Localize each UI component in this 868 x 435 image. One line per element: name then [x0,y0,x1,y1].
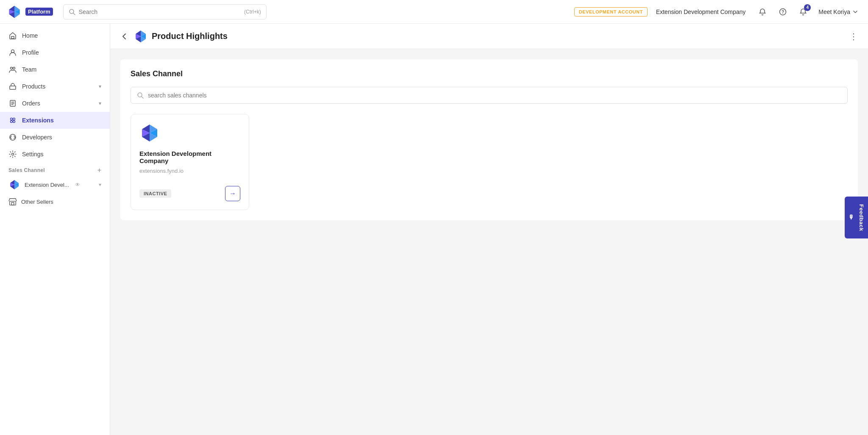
search-channels-icon [137,92,144,99]
alert-bell-icon[interactable]: 4 [796,5,810,19]
help-circle-icon[interactable]: ? [776,5,790,19]
user-menu-button[interactable]: Meet Koriya [815,7,861,17]
svg-point-16 [11,121,13,123]
other-sellers-label: Other Sellers [21,199,53,205]
svg-point-8 [13,67,15,69]
extension-devel-logo-icon [8,179,20,191]
eye-icon: 👁 [75,182,80,188]
sidebar-item-label-products: Products [22,83,45,90]
more-options-button[interactable]: ⋮ [849,31,858,42]
search-bar[interactable]: (Ctrl+k) [63,4,267,19]
user-name: Meet Koriya [818,8,850,15]
sidebar-item-products[interactable]: Products ▾ [0,78,110,95]
orders-expand-icon: ▾ [99,100,101,106]
svg-point-7 [11,67,13,69]
search-channels-bar[interactable] [131,87,848,104]
sales-channel-section: Sales Channel + [0,163,110,175]
settings-icon [8,150,17,158]
svg-rect-9 [10,86,16,89]
section-title: Sales Channel [131,69,848,78]
fynd-logo-icon [7,4,22,19]
svg-line-25 [142,97,143,98]
top-icons: ? 4 [756,5,810,19]
notification-bell-icon[interactable] [756,5,769,19]
search-input[interactable] [79,8,241,15]
add-sales-channel-button[interactable]: + [97,167,101,174]
svg-point-18 [10,134,16,140]
sidebar-item-profile[interactable]: Profile [0,44,110,61]
sidebar-item-label-developers: Developers [22,134,52,141]
extension-devel-expand-icon: ▾ [99,182,101,188]
sidebar-item-developers[interactable]: Developers [0,129,110,146]
products-expand-icon: ▾ [99,83,101,89]
feedback-label: Feedback [858,204,865,231]
sidebar-item-label-extensions: Extensions [22,117,54,124]
svg-rect-22 [11,202,14,205]
back-button[interactable] [120,32,129,41]
channel-card-footer: INACTIVE → [139,186,240,201]
sidebar-item-label-profile: Profile [22,49,39,56]
sidebar-item-home[interactable]: Home [0,27,110,44]
sales-channel-label: Sales Channel [8,167,45,173]
logo-text: Platform [25,8,53,16]
svg-point-19 [12,153,14,155]
developers-icon [8,133,17,141]
sidebar-item-extension-devel[interactable]: Extension Devel... 👁 ▾ [0,175,110,194]
sidebar-item-label-team: Team [22,66,36,73]
extension-devel-label: Extension Devel... [25,182,69,188]
content-body: Sales Channel [110,49,868,435]
mic-icon: 🎙 [848,214,855,221]
channel-name: Extension Development Company [139,150,240,164]
content-area: Product Highlights ⋮ Sales Channel [110,24,868,435]
search-shortcut: (Ctrl+k) [244,9,261,15]
svg-point-17 [13,121,15,123]
page-logo-icon [134,30,147,43]
sales-channel-card: Sales Channel [120,59,858,220]
search-channels-input[interactable] [148,92,841,99]
go-to-channel-button[interactable]: → [225,186,240,201]
svg-rect-5 [11,36,14,39]
store-icon [8,197,17,206]
channel-url: extensions.fynd.io [139,168,240,174]
orders-icon [8,99,17,108]
search-icon [69,8,75,15]
products-icon [8,82,17,91]
extensions-icon [8,116,17,125]
team-icon [8,65,17,74]
company-name: Extension Development Company [656,8,746,15]
sidebar-item-extensions[interactable]: Extensions [0,112,110,129]
svg-text:?: ? [782,10,784,14]
top-bar: Platform (Ctrl+k) DEVELOPMENT ACCOUNT Ex… [0,0,868,24]
svg-point-15 [13,118,15,120]
chevron-down-icon [853,9,858,14]
go-arrow-icon: → [229,190,236,197]
channel-card: Extension Development Company extensions… [131,114,249,210]
home-icon [8,31,17,40]
dev-account-badge: DEVELOPMENT ACCOUNT [574,7,648,17]
notification-count: 4 [804,4,811,11]
svg-rect-21 [10,201,16,205]
feedback-tab[interactable]: Feedback 🎙 [845,197,868,239]
logo-area: Platform [7,4,53,19]
sidebar-item-label-settings: Settings [22,151,44,158]
svg-line-2 [73,13,75,15]
user-icon [8,48,17,57]
inactive-badge: INACTIVE [139,189,171,198]
sidebar-item-orders[interactable]: Orders ▾ [0,95,110,112]
sidebar-item-team[interactable]: Team [0,61,110,78]
sidebar-nav: Home Profile [0,24,110,213]
content-header: Product Highlights ⋮ [110,24,868,49]
channel-card-logo-icon [139,123,160,143]
sidebar-item-other-sellers[interactable]: Other Sellers [0,194,110,209]
page-title: Product Highlights [152,31,228,41]
svg-point-14 [11,118,13,120]
sidebar-item-label-home: Home [22,32,38,39]
sidebar-item-label-orders: Orders [22,100,40,107]
sidebar: Home Profile [0,24,110,435]
sidebar-item-settings[interactable]: Settings [0,146,110,163]
